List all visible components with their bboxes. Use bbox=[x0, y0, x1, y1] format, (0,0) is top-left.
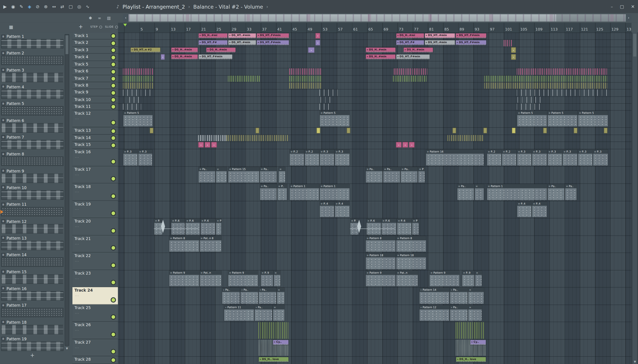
clip[interactable] bbox=[350, 218, 395, 235]
clip[interactable]: »DS_HT..#min bbox=[228, 40, 257, 46]
clip[interactable]: » bbox=[402, 142, 408, 148]
clip[interactable]: ≡Pattern 8 bbox=[396, 236, 426, 252]
clip[interactable]: ≡Pattern 5 bbox=[517, 111, 547, 127]
pattern-list-item[interactable]: ≣Pattern 1 bbox=[1, 34, 64, 50]
track-led[interactable] bbox=[112, 229, 115, 233]
track-header[interactable]: Track 25··· bbox=[73, 305, 118, 322]
track-header[interactable]: Track 13 bbox=[73, 127, 118, 134]
track-header[interactable]: Track 12··· bbox=[73, 110, 118, 127]
clip[interactable]: ≡P..3 bbox=[547, 149, 562, 166]
clip[interactable]: ≡Pa.. bbox=[365, 167, 383, 183]
clip[interactable]: » bbox=[315, 33, 320, 39]
clip[interactable] bbox=[484, 76, 607, 82]
clip[interactable] bbox=[321, 97, 331, 103]
clip[interactable] bbox=[198, 135, 227, 141]
clip[interactable]: ≡P..4 bbox=[517, 201, 532, 218]
clip[interactable]: »DS_HT..F#min bbox=[256, 33, 289, 39]
clip[interactable]: » bbox=[396, 142, 402, 148]
track-header[interactable]: Track 3 bbox=[73, 47, 118, 54]
clip[interactable]: ≡ bbox=[468, 288, 484, 304]
clip[interactable]: ≡Pa.. bbox=[260, 184, 277, 200]
clip[interactable] bbox=[452, 128, 456, 134]
clip[interactable]: »DS_HT..#min bbox=[424, 40, 455, 46]
clip[interactable] bbox=[393, 76, 426, 82]
track-header[interactable]: Track 8 bbox=[73, 82, 118, 89]
pattern-list-item[interactable]: ≣Pattern 3 bbox=[1, 67, 64, 84]
clip[interactable]: »DS_HT..F#min bbox=[455, 33, 486, 39]
clip[interactable]: »DS_HT..#min bbox=[424, 33, 455, 39]
clip[interactable]: ≡P..3 bbox=[123, 149, 138, 166]
pattern-scroll-thumb[interactable] bbox=[66, 36, 69, 54]
clip[interactable]: ≡ bbox=[468, 305, 482, 321]
clip[interactable]: »DS_H..#min bbox=[365, 54, 396, 60]
link-icon[interactable]: ∞ bbox=[98, 16, 101, 20]
pattern-list-item[interactable]: ≣Pattern 11 bbox=[1, 202, 64, 218]
step-toggle-icon[interactable] bbox=[99, 26, 102, 28]
clip[interactable] bbox=[574, 128, 577, 134]
clip[interactable]: ≡Pa.. bbox=[260, 167, 277, 183]
clip[interactable]: »DS_HT..F#min bbox=[256, 40, 289, 46]
play-icon[interactable]: ▶ bbox=[3, 4, 7, 9]
clip[interactable]: ≡P..6 bbox=[200, 218, 216, 235]
clip[interactable]: » bbox=[511, 54, 516, 60]
clip[interactable]: »DS_H..#mi bbox=[396, 33, 424, 39]
scroll-right-button[interactable]: › bbox=[626, 14, 631, 22]
scroll-down-icon[interactable]: ▼ bbox=[632, 360, 637, 364]
clip[interactable] bbox=[447, 135, 484, 141]
clip[interactable]: ≡ bbox=[277, 288, 285, 304]
track-led[interactable] bbox=[112, 298, 115, 302]
clip[interactable] bbox=[255, 128, 259, 134]
pattern-scroll-down-icon[interactable]: ▼ bbox=[65, 346, 69, 351]
clip[interactable]: » bbox=[409, 142, 415, 148]
track-led[interactable] bbox=[112, 332, 115, 336]
clip[interactable]: »DS_H..#mi bbox=[198, 33, 228, 39]
draw-tool-icon[interactable]: ✎ bbox=[20, 4, 23, 9]
clip[interactable]: ≡Pa.. bbox=[547, 184, 565, 200]
clip[interactable]: ≡P..2 bbox=[289, 149, 304, 166]
track-led[interactable] bbox=[112, 246, 115, 250]
clip[interactable] bbox=[504, 40, 513, 46]
track-header[interactable]: Track 11 bbox=[73, 104, 118, 110]
clip[interactable]: »DS_H.. love bbox=[258, 357, 289, 362]
clip[interactable]: »DS_HT..F#min bbox=[396, 54, 430, 60]
clip[interactable]: ≡ bbox=[475, 270, 482, 286]
clip[interactable]: ≡Pattern 5 bbox=[123, 111, 153, 127]
track-led[interactable] bbox=[112, 264, 115, 267]
clip[interactable] bbox=[394, 68, 427, 75]
clip[interactable]: ≡Pattern 9 bbox=[169, 270, 199, 286]
track-led[interactable] bbox=[112, 34, 115, 38]
clip[interactable]: » bbox=[205, 142, 210, 148]
clip[interactable]: ≡Pattern 15 bbox=[228, 167, 260, 183]
swap-tool-icon[interactable]: ⇄ bbox=[61, 4, 64, 9]
clip[interactable] bbox=[517, 68, 607, 75]
track-led[interactable] bbox=[112, 91, 115, 95]
clip[interactable] bbox=[604, 128, 608, 134]
clip[interactable]: ≡P bbox=[412, 218, 419, 235]
zoom-tool-icon[interactable]: ◎ bbox=[77, 4, 81, 9]
clip[interactable] bbox=[258, 322, 289, 339]
track-header[interactable]: Track 26··· bbox=[73, 322, 118, 339]
track-led[interactable] bbox=[112, 105, 115, 109]
clip[interactable]: ≡P..4 bbox=[532, 201, 547, 218]
track-led[interactable] bbox=[112, 41, 115, 45]
clip[interactable]: ≡Pat..n bbox=[396, 270, 418, 286]
clip[interactable] bbox=[517, 104, 541, 110]
clip[interactable]: »DS_HT..#min bbox=[228, 33, 257, 39]
clip[interactable]: ≡P..2 bbox=[304, 149, 319, 166]
add-pattern-button[interactable]: + bbox=[30, 352, 35, 358]
clip[interactable]: » bbox=[161, 54, 165, 60]
track-header[interactable]: Track 9 bbox=[73, 89, 118, 96]
maximize-button[interactable]: ▢ bbox=[620, 4, 624, 9]
minimize-button[interactable]: – bbox=[611, 4, 613, 9]
mute-tool-icon[interactable]: ⊗ bbox=[44, 4, 48, 9]
clip[interactable] bbox=[289, 82, 322, 89]
clip[interactable]: ≡P..3 bbox=[578, 149, 593, 166]
track-led[interactable] bbox=[112, 194, 115, 198]
arrangement-overview[interactable] bbox=[129, 14, 625, 22]
pattern-list-item[interactable]: ≣Pattern 2 bbox=[1, 50, 64, 67]
clip[interactable]: »Pa.. bbox=[240, 288, 259, 304]
clip[interactable]: ≡P..6 bbox=[397, 218, 412, 235]
clip[interactable]: ≡P..9 bbox=[261, 270, 274, 286]
clip[interactable]: ≡P..4 bbox=[335, 201, 350, 218]
playback-tool-icon[interactable]: ∿ bbox=[86, 4, 90, 9]
